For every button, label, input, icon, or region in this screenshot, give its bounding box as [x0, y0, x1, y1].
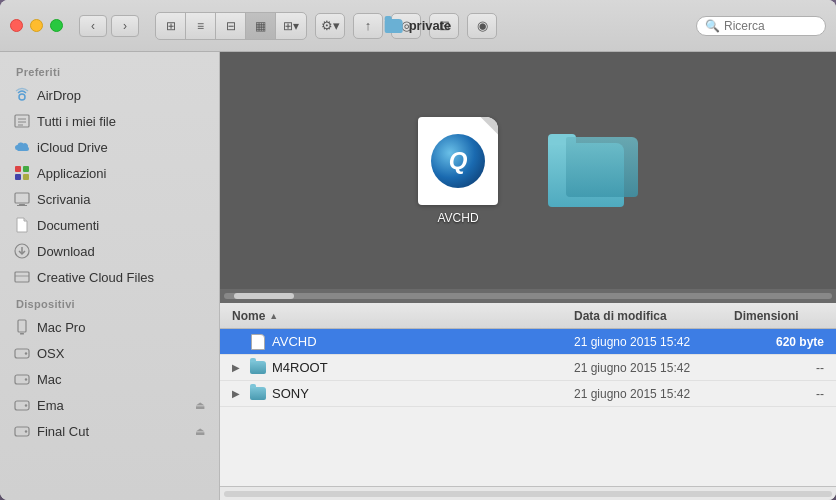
sidebar-item-airdrop[interactable]: AirDrop — [0, 82, 219, 108]
final-cut-eject-icon[interactable]: ⏏ — [195, 425, 205, 438]
folder-icon-small — [250, 387, 266, 400]
expand-arrow[interactable]: ▶ — [232, 362, 246, 373]
svg-rect-6 — [23, 166, 29, 172]
scroll-track — [224, 293, 832, 299]
document-icon-small — [251, 334, 265, 350]
icloud-label: iCloud Drive — [37, 140, 108, 155]
empty-row — [220, 407, 836, 486]
column-view-btn[interactable]: ⊟ — [216, 13, 246, 39]
icon-view: AVCHD — [220, 52, 836, 289]
bottom-scroll-track — [224, 491, 832, 497]
view-mode-group: ⊞ ≡ ⊟ ▦ ⊞▾ — [155, 12, 307, 40]
sidebar-item-scrivania[interactable]: Scrivania — [0, 186, 219, 212]
creative-cloud-icon — [14, 269, 30, 285]
ema-eject-icon[interactable]: ⏏ — [195, 399, 205, 412]
mac-pro-label: Mac Pro — [37, 320, 85, 335]
titlebar: ‹ › ⊞ ≡ ⊟ ▦ ⊞▾ ⚙▾ ↑ ◎ ⊡ ◉ private 🔍 — [0, 0, 836, 52]
folder-file-icon[interactable] — [548, 133, 638, 209]
row-filename: AVCHD — [272, 334, 574, 349]
traffic-lights — [10, 19, 63, 32]
sidebar-item-mac-pro[interactable]: Mac Pro — [0, 314, 219, 340]
finder-window: ‹ › ⊞ ≡ ⊟ ▦ ⊞▾ ⚙▾ ↑ ◎ ⊡ ◉ private 🔍 — [0, 0, 836, 500]
svg-rect-5 — [15, 166, 21, 172]
row-size: -- — [734, 361, 824, 375]
scroll-thumb[interactable] — [234, 293, 294, 299]
title-folder-icon — [385, 19, 403, 33]
maximize-button[interactable] — [50, 19, 63, 32]
svg-rect-17 — [20, 333, 24, 335]
expand-arrow[interactable]: ▶ — [232, 388, 246, 399]
svg-rect-7 — [15, 174, 21, 180]
name-column-header[interactable]: Nome ▲ — [232, 309, 574, 323]
minimize-button[interactable] — [30, 19, 43, 32]
download-label: Download — [37, 244, 95, 259]
action-button[interactable]: ⚙▾ — [315, 13, 345, 39]
all-files-label: Tutti i miei file — [37, 114, 116, 129]
docs-icon — [14, 217, 30, 233]
row-date: 21 giugno 2015 15:42 — [574, 361, 734, 375]
svg-point-0 — [19, 94, 25, 100]
documenti-label: Documenti — [37, 218, 99, 233]
sidebar-item-osx[interactable]: OSX — [0, 340, 219, 366]
final-cut-disk-icon — [14, 423, 30, 439]
list-view-btn[interactable]: ≡ — [186, 13, 216, 39]
sidebar-item-creative-cloud[interactable]: Creative Cloud Files — [0, 264, 219, 290]
search-input[interactable] — [724, 19, 817, 33]
content-area: AVCHD — [220, 52, 836, 500]
list-header: Nome ▲ Data di modifica Dimensioni — [220, 303, 836, 329]
arrange-view-btn[interactable]: ⊞▾ — [276, 13, 306, 39]
sidebar-item-ema[interactable]: Ema ⏏ — [0, 392, 219, 418]
sidebar-item-download[interactable]: Download — [0, 238, 219, 264]
sidebar-item-mac[interactable]: Mac — [0, 366, 219, 392]
sidebar-item-final-cut[interactable]: Final Cut ⏏ — [0, 418, 219, 444]
row-filename: SONY — [272, 386, 574, 401]
osx-disk-icon — [14, 345, 30, 361]
svg-rect-14 — [15, 272, 29, 282]
svg-point-19 — [25, 352, 27, 354]
nav-buttons: ‹ › — [79, 15, 139, 37]
airdrop-icon — [14, 87, 30, 103]
osx-label: OSX — [37, 346, 64, 361]
size-column-header[interactable]: Dimensioni — [734, 309, 824, 323]
sidebar-item-icloud[interactable]: iCloud Drive — [0, 134, 219, 160]
search-icon: 🔍 — [705, 19, 720, 33]
search-box[interactable]: 🔍 — [696, 16, 826, 36]
sort-arrow: ▲ — [269, 311, 278, 321]
final-cut-label: Final Cut — [37, 424, 89, 439]
quicktime-logo — [431, 134, 485, 188]
avchd-file-icon[interactable]: AVCHD — [418, 117, 498, 225]
table-row[interactable]: ▶ M4ROOT 21 giugno 2015 15:42 -- — [220, 355, 836, 381]
row-date: 21 giugno 2015 15:42 — [574, 387, 734, 401]
sidebar-item-applicazioni[interactable]: Applicazioni — [0, 160, 219, 186]
row-filename: M4ROOT — [272, 360, 574, 375]
ema-disk-icon — [14, 397, 30, 413]
close-button[interactable] — [10, 19, 23, 32]
sidebar-item-documenti[interactable]: Documenti — [0, 212, 219, 238]
eye-button[interactable]: ◉ — [467, 13, 497, 39]
date-column-header[interactable]: Data di modifica — [574, 309, 734, 323]
forward-button[interactable]: › — [111, 15, 139, 37]
svg-point-25 — [25, 430, 27, 432]
avchd-label: AVCHD — [437, 211, 478, 225]
icloud-icon — [14, 139, 30, 155]
row-size: 620 byte — [734, 335, 824, 349]
mac-disk-icon — [14, 371, 30, 387]
favorites-section-label: Preferiti — [0, 58, 219, 82]
row-folder-icon — [250, 360, 266, 376]
svg-point-23 — [25, 404, 27, 406]
window-title-text: private — [409, 18, 452, 33]
apps-icon — [14, 165, 30, 181]
sidebar: Preferiti AirDrop — [0, 52, 220, 500]
all-files-icon — [14, 113, 30, 129]
applicazioni-label: Applicazioni — [37, 166, 106, 181]
icon-view-btn[interactable]: ⊞ — [156, 13, 186, 39]
table-row[interactable]: AVCHD 21 giugno 2015 15:42 620 byte — [220, 329, 836, 355]
list-view: Nome ▲ Data di modifica Dimensioni — [220, 303, 836, 500]
table-row[interactable]: ▶ SONY 21 giugno 2015 15:42 -- — [220, 381, 836, 407]
sidebar-item-all-files[interactable]: Tutti i miei file — [0, 108, 219, 134]
share-button[interactable]: ↑ — [353, 13, 383, 39]
cover-view-btn[interactable]: ▦ — [246, 13, 276, 39]
horizontal-scrollbar[interactable] — [220, 289, 836, 303]
back-button[interactable]: ‹ — [79, 15, 107, 37]
bottom-scrollbar[interactable] — [220, 486, 836, 500]
